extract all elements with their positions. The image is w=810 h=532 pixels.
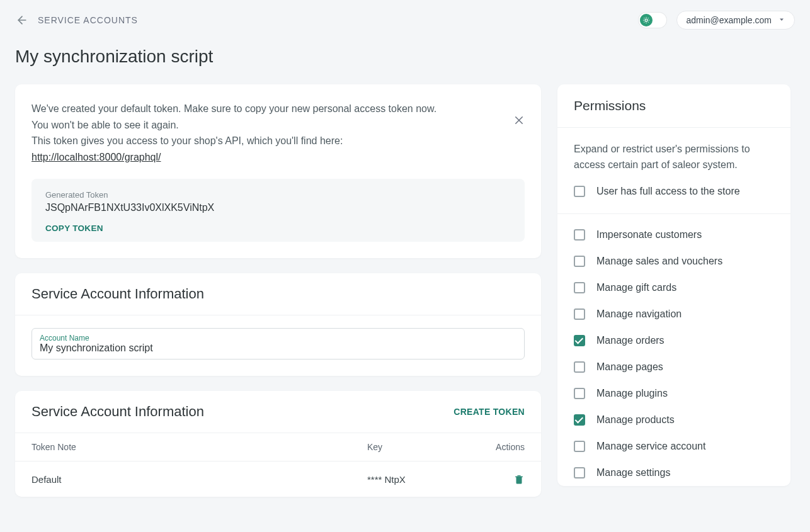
checkbox-icon[interactable] (574, 256, 585, 267)
permission-item[interactable]: Manage sales and vouchers (557, 248, 790, 274)
svg-rect-13 (515, 477, 523, 478)
column-key: Key (367, 442, 474, 452)
permission-item[interactable]: Manage orders (557, 327, 790, 354)
alert-line1: We've created your default token. Make s… (31, 101, 502, 117)
token-alert-card: We've created your default token. Make s… (15, 84, 541, 258)
svg-line-9 (648, 18, 649, 18)
generated-token-box: Generated Token JSQpNArFB1NXtU33Iv0XlXK5… (31, 179, 525, 242)
permission-label: Manage pages (596, 361, 663, 373)
permission-label: Manage orders (596, 335, 665, 346)
create-token-button[interactable]: CREATE TOKEN (453, 407, 525, 417)
permission-item[interactable]: Manage pages (557, 354, 790, 380)
column-actions: Actions (474, 442, 525, 452)
account-name-label: Account Name (40, 334, 516, 342)
alert-line3: This token gives you access to your shop… (31, 133, 502, 149)
chevron-down-icon (778, 15, 785, 25)
checkbox-icon[interactable] (574, 388, 585, 399)
permission-item[interactable]: Impersonate customers (557, 222, 790, 248)
permission-item[interactable]: Manage navigation (557, 301, 790, 327)
svg-line-8 (644, 22, 645, 23)
checkbox-icon[interactable] (574, 308, 585, 320)
divider (557, 213, 790, 214)
delete-token-button[interactable] (474, 473, 525, 485)
permission-label: Manage service account (596, 441, 705, 452)
svg-point-1 (645, 19, 647, 21)
table-row: Default**** NtpX (15, 461, 541, 497)
checkbox-icon[interactable] (574, 186, 585, 197)
back-arrow-icon[interactable] (15, 13, 29, 27)
account-info-card: Service Account Information Account Name (15, 273, 541, 376)
svg-line-7 (648, 22, 649, 23)
theme-toggle[interactable] (639, 13, 666, 28)
api-url-link[interactable]: http://localhost:8000/graphql/ (31, 152, 161, 162)
user-menu[interactable]: admin@example.com (676, 11, 795, 30)
checkbox-icon[interactable] (574, 361, 585, 373)
permission-label: User has full access to the store (596, 186, 740, 197)
permission-item[interactable]: Manage plugins (557, 380, 790, 407)
generated-token-label: Generated Token (45, 190, 511, 200)
alert-line2: You won't be able to see it again. (31, 117, 502, 133)
tokens-card: Service Account Information CREATE TOKEN… (15, 391, 541, 497)
account-name-field[interactable]: Account Name (31, 328, 525, 359)
permissions-description: Expand or restrict user's permissions to… (557, 128, 790, 178)
permissions-heading: Permissions (574, 98, 774, 113)
copy-token-button[interactable]: COPY TOKEN (45, 224, 103, 233)
permission-item[interactable]: Manage settings (557, 460, 790, 486)
permission-label: Manage settings (596, 467, 670, 478)
checkbox-icon[interactable] (574, 282, 585, 293)
svg-marker-10 (780, 19, 784, 21)
permission-label: Manage gift cards (596, 282, 676, 293)
account-name-input[interactable] (40, 342, 516, 354)
permission-item[interactable]: Manage service account (557, 433, 790, 460)
permission-item[interactable]: Manage products (557, 407, 790, 433)
token-key: **** NtpX (367, 474, 474, 485)
checkbox-icon[interactable] (574, 335, 585, 346)
permission-full-access[interactable]: User has full access to the store (557, 178, 790, 211)
column-note: Token Note (31, 442, 367, 452)
user-email: admin@example.com (686, 15, 772, 25)
sun-icon (640, 14, 653, 26)
permission-label: Manage products (596, 414, 675, 426)
permission-label: Manage sales and vouchers (596, 256, 722, 267)
permission-label: Impersonate customers (596, 229, 702, 241)
checkbox-icon[interactable] (574, 229, 585, 241)
permissions-card: Permissions Expand or restrict user's pe… (557, 84, 790, 486)
svg-line-6 (644, 18, 645, 18)
page-title: My synchronization script (15, 47, 795, 67)
token-note: Default (31, 474, 367, 485)
account-info-heading: Service Account Information (31, 286, 204, 302)
tokens-heading: Service Account Information (31, 404, 204, 420)
checkbox-icon[interactable] (574, 414, 585, 426)
close-icon[interactable] (513, 101, 525, 128)
breadcrumb[interactable]: SERVICE ACCOUNTS (38, 15, 138, 25)
generated-token-value: JSQpNArFB1NXtU33Iv0XlXK5ViNtpX (45, 202, 511, 213)
permission-label: Manage navigation (596, 308, 682, 320)
checkbox-icon[interactable] (574, 467, 585, 478)
permission-label: Manage plugins (596, 388, 668, 399)
checkbox-icon[interactable] (574, 441, 585, 452)
permission-item[interactable]: Manage gift cards (557, 274, 790, 301)
